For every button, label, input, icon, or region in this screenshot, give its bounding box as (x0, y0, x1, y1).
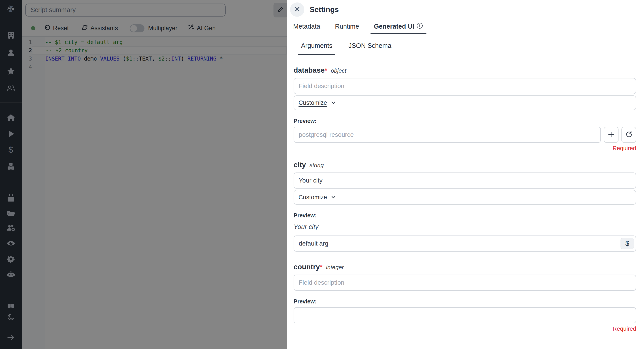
plus-icon (607, 131, 615, 139)
database-description-input[interactable] (294, 78, 636, 94)
dollar-icon: $ (625, 240, 629, 248)
refresh-resources-button[interactable] (622, 127, 636, 143)
subtab-json-schema[interactable]: JSON Schema (346, 42, 394, 55)
city-default-input[interactable] (294, 236, 636, 252)
close-button[interactable] (290, 2, 304, 17)
city-description-input[interactable] (294, 172, 636, 189)
required-message: Required (294, 325, 636, 332)
preview-label: Preview: (294, 212, 636, 219)
chevron-down-icon (330, 194, 336, 201)
subtab-label: JSON Schema (348, 42, 391, 49)
customize-box: Customize (294, 95, 636, 110)
settings-drawer: Settings Metadata Runtime Generated UI (287, 0, 644, 349)
modal-backdrop[interactable] (0, 0, 287, 349)
country-description-input[interactable] (294, 275, 636, 291)
field-type: object (331, 67, 346, 74)
required-message: Required (294, 145, 636, 152)
info-icon (416, 22, 423, 31)
field-type: integer (326, 264, 344, 271)
field-section-database: database* object Customize Preview: (294, 66, 636, 152)
tab-generated-ui[interactable]: Generated UI (374, 19, 423, 34)
required-asterisk: * (325, 67, 327, 74)
field-type: string (310, 162, 324, 169)
subtab-label: Arguments (301, 42, 332, 49)
preview-label: Preview: (294, 298, 636, 305)
database-preview-input[interactable] (294, 127, 601, 143)
close-icon (294, 6, 300, 13)
customize-box: Customize (294, 190, 636, 205)
tab-metadata[interactable]: Metadata (293, 19, 320, 34)
customize-button[interactable]: Customize (298, 99, 336, 106)
preview-label: Preview: (294, 118, 636, 124)
settings-tabs: Metadata Runtime Generated UI (287, 19, 644, 34)
add-resource-button[interactable] (604, 127, 618, 143)
drawer-header: Settings (287, 0, 644, 19)
chevron-down-icon (330, 100, 336, 106)
arguments-panel: database* object Customize Preview: (287, 66, 644, 332)
tab-label: Metadata (293, 23, 320, 30)
variable-picker-button[interactable]: $ (620, 238, 634, 249)
app-root: $ (0, 0, 644, 349)
field-section-country: country* integer Preview: Required (294, 263, 636, 332)
tab-label: Runtime (335, 23, 359, 30)
country-preview-input[interactable] (294, 307, 636, 323)
customize-label: Customize (298, 99, 327, 106)
customize-label: Customize (298, 194, 327, 201)
generated-ui-subtabs: Arguments JSON Schema (294, 42, 644, 55)
field-name: database (294, 66, 325, 74)
drawer-title: Settings (310, 5, 339, 14)
city-preview-description: Your city (294, 223, 636, 231)
required-asterisk: * (320, 263, 322, 271)
customize-button[interactable]: Customize (298, 194, 336, 201)
tab-label: Generated UI (374, 23, 414, 30)
subtab-arguments[interactable]: Arguments (298, 42, 335, 55)
tab-runtime[interactable]: Runtime (335, 19, 359, 34)
field-name: country (294, 263, 320, 271)
field-name: city (294, 161, 306, 169)
field-section-city: city string Customize Preview: (294, 161, 636, 252)
refresh-icon (625, 131, 632, 139)
